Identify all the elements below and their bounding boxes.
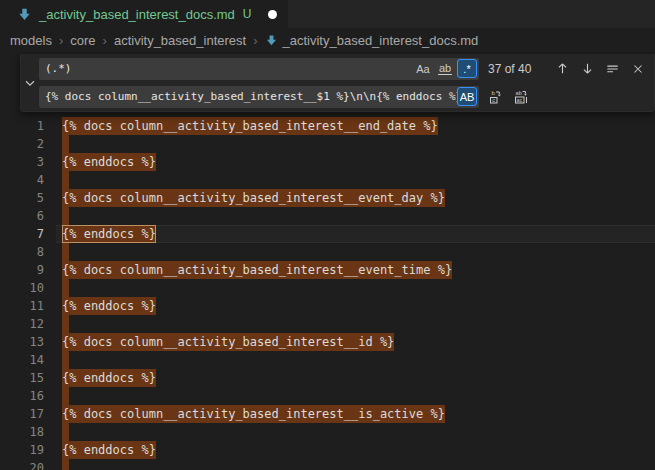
find-replace-widget: (.*) Aa ab .* 37 of 40 <box>20 54 655 112</box>
find-in-selection-button[interactable] <box>602 58 623 79</box>
editor-line[interactable]: 3{% enddocs %} <box>0 153 655 171</box>
arrow-down-icon <box>580 61 595 76</box>
arrow-up-icon <box>555 61 570 76</box>
close-icon <box>631 62 645 76</box>
editor-line[interactable]: 6 <box>0 207 655 225</box>
editor-line[interactable]: 10 <box>0 279 655 297</box>
chevron-right-icon: › <box>253 33 257 48</box>
find-input[interactable]: (.*) Aa ab .* <box>39 58 479 80</box>
svg-text:c: c <box>492 97 495 103</box>
line-content <box>62 243 69 261</box>
chevron-right-icon: › <box>59 33 63 48</box>
preserve-case-button[interactable]: AB <box>457 87 477 106</box>
chevron-right-icon: › <box>103 33 107 48</box>
find-in-selection-icon <box>605 61 620 76</box>
editor-line[interactable]: 2 <box>0 135 655 153</box>
line-number: 8 <box>0 243 44 261</box>
vscode-window: _activity_based_interest_docs.md U model… <box>0 0 655 470</box>
editor-line[interactable]: 18 <box>0 423 655 441</box>
editor-pane[interactable]: (.*) Aa ab .* 37 of 40 <box>0 52 655 470</box>
line-number: 15 <box>0 369 44 387</box>
replace-all-button[interactable]: ab ac <box>510 86 531 107</box>
line-content: {% docs column__activity_based_interest_… <box>62 261 452 279</box>
svg-text:ab: ab <box>515 90 521 96</box>
line-number: 13 <box>0 333 44 351</box>
breadcrumb-item-core[interactable]: core <box>70 33 95 48</box>
line-number: 3 <box>0 153 44 171</box>
find-match-highlight: {% enddocs %} <box>62 297 156 315</box>
find-match-highlight: {% docs column__activity_based_interest_… <box>62 261 452 279</box>
line-number: 18 <box>0 423 44 441</box>
find-match-highlight-empty <box>62 243 69 261</box>
line-content: {% docs column__activity_based_interest_… <box>62 189 445 207</box>
replace-row: {% docs column__activity_based_interest_… <box>39 86 648 108</box>
find-match-highlight-empty <box>62 387 69 405</box>
editor-line[interactable]: 14 <box>0 351 655 369</box>
line-number: 19 <box>0 441 44 459</box>
editor-line[interactable]: 5{% docs column__activity_based_interest… <box>0 189 655 207</box>
find-match-highlight-empty <box>62 207 69 225</box>
find-match-highlight-empty <box>62 459 69 470</box>
regex-button[interactable]: .* <box>457 59 477 78</box>
editor-line[interactable]: 7{% enddocs %} <box>0 225 655 243</box>
line-number: 6 <box>0 207 44 225</box>
close-button[interactable] <box>627 58 648 79</box>
line-content: {% enddocs %} <box>62 297 156 315</box>
editor-line[interactable]: 20 <box>0 459 655 470</box>
markdown-file-icon <box>265 34 278 47</box>
replace-button[interactable]: b c <box>485 86 506 107</box>
line-content <box>62 135 69 153</box>
tab-active-file[interactable]: _activity_based_interest_docs.md U <box>0 0 288 28</box>
line-content: {% enddocs %} <box>62 441 156 459</box>
replace-input[interactable]: {% docs column__activity_based_interest_… <box>39 86 479 108</box>
git-status-badge: U <box>243 7 252 21</box>
markdown-file-icon <box>17 7 32 22</box>
editor-line[interactable]: 9{% docs column__activity_based_interest… <box>0 261 655 279</box>
line-number: 12 <box>0 315 44 333</box>
breadcrumb-item-models[interactable]: models <box>10 33 52 48</box>
editor-lines: 1{% docs column__activity_based_interest… <box>0 117 655 470</box>
line-content: {% enddocs %} <box>62 153 156 171</box>
modified-dot-icon[interactable] <box>268 10 277 19</box>
line-content <box>62 423 69 441</box>
editor-line[interactable]: 17{% docs column__activity_based_interes… <box>0 405 655 423</box>
line-content <box>62 279 69 297</box>
editor-line[interactable]: 8 <box>0 243 655 261</box>
line-number: 5 <box>0 189 44 207</box>
find-input-value: (.*) <box>45 62 72 75</box>
find-match-highlight-empty <box>62 315 69 333</box>
line-number: 20 <box>0 459 44 470</box>
editor-line[interactable]: 15{% enddocs %} <box>0 369 655 387</box>
editor-line[interactable]: 12 <box>0 315 655 333</box>
breadcrumb-item-file[interactable]: _activity_based_interest_docs.md <box>265 33 479 48</box>
whole-word-button[interactable]: ab <box>435 59 455 78</box>
line-number: 17 <box>0 405 44 423</box>
chevron-down-icon <box>23 76 37 90</box>
line-content: {% docs column__activity_based_interest_… <box>62 117 438 135</box>
line-content: {% docs column__activity_based_interest_… <box>62 405 445 423</box>
editor-line[interactable]: 13{% docs column__activity_based_interes… <box>0 333 655 351</box>
previous-match-button[interactable] <box>552 58 573 79</box>
editor-line[interactable]: 19{% enddocs %} <box>0 441 655 459</box>
toggle-replace-button[interactable] <box>21 54 39 111</box>
editor-line[interactable]: 4 <box>0 171 655 189</box>
editor-line[interactable]: 1{% docs column__activity_based_interest… <box>0 117 655 135</box>
find-match-highlight: {% enddocs %} <box>62 369 156 387</box>
breadcrumb-file-name: _activity_based_interest_docs.md <box>283 33 479 48</box>
breadcrumb-item-activity-based-interest[interactable]: activity_based_interest <box>114 33 246 48</box>
line-content <box>62 207 69 225</box>
editor-line[interactable]: 11{% enddocs %} <box>0 297 655 315</box>
match-case-button[interactable]: Aa <box>413 59 433 78</box>
line-content <box>62 171 69 189</box>
line-content <box>62 459 69 470</box>
line-content: {% enddocs %} <box>62 369 156 387</box>
replace-icon: b c <box>488 89 504 105</box>
line-content: {% docs column__activity_based_interest_… <box>62 333 394 351</box>
find-match-highlight-empty <box>62 135 69 153</box>
tab-bar: _activity_based_interest_docs.md U <box>0 0 655 28</box>
editor-line[interactable]: 16 <box>0 387 655 405</box>
next-match-button[interactable] <box>577 58 598 79</box>
line-content <box>62 315 69 333</box>
find-match-highlight: {% enddocs %} <box>62 441 156 459</box>
find-row: (.*) Aa ab .* 37 of 40 <box>39 58 648 80</box>
